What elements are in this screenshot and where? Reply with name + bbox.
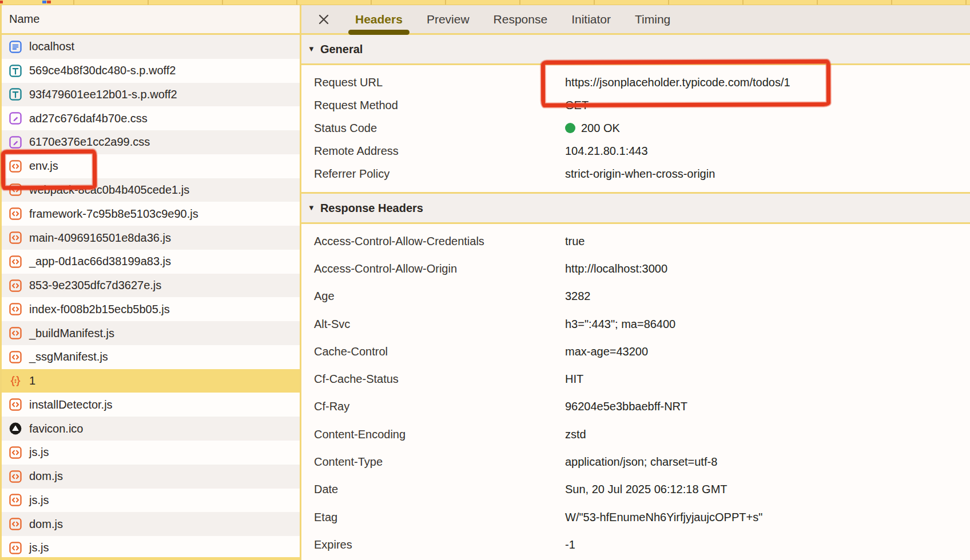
- header-name: Access-Control-Allow-Credentials: [314, 235, 565, 248]
- request-name: main-4096916501e8da36.js: [29, 231, 171, 245]
- header-row-expires: Expires-1: [314, 531, 970, 558]
- header-value: -1: [565, 538, 970, 551]
- name-column-header[interactable]: Name: [2, 5, 300, 35]
- section-header-response-headers[interactable]: ▼Response Headers: [301, 192, 970, 224]
- request-row-index-f008b2b15ecb5b05-js[interactable]: index-f008b2b15ecb5b05.js: [2, 297, 300, 321]
- tab-headers[interactable]: Headers: [355, 5, 403, 33]
- request-row-dom-js[interactable]: dom.js: [2, 512, 300, 536]
- request-row-js-js[interactable]: js.js: [2, 536, 300, 560]
- header-value: https://jsonplaceholder.typicode.com/tod…: [565, 76, 970, 89]
- request-row-1[interactable]: 1: [2, 369, 300, 393]
- header-row-etag: EtagW/"53-hfEnumeNh6YirfjyjaujcOPPT+s": [314, 503, 970, 531]
- request-row-main-4096916501e8da36-js[interactable]: main-4096916501e8da36.js: [2, 226, 300, 250]
- header-row-cf-ray: Cf-Ray96204e5e3bbaebff-NRT: [314, 393, 970, 421]
- header-value: strict-origin-when-cross-origin: [565, 167, 970, 181]
- section-response-headers: ▼Response HeadersAccess-Control-Allow-Cr…: [301, 192, 970, 559]
- section-header-general[interactable]: ▼General: [301, 35, 970, 65]
- close-icon: [317, 13, 330, 26]
- request-name: _buildManifest.js: [29, 327, 114, 340]
- request-row-dom-js[interactable]: dom.js: [2, 465, 300, 489]
- request-name: dom.js: [29, 518, 63, 531]
- header-name: Remote Address: [314, 145, 565, 158]
- header-value: W/"53-hfEnumeNh6YirfjyjaujcOPPT+s": [565, 511, 970, 524]
- request-row-framework-7c95b8e5103c9e90-js[interactable]: framework-7c95b8e5103c9e90.js: [2, 202, 300, 226]
- script-icon: [8, 350, 23, 365]
- request-name: _app-0d1ac66d38199a83.js: [29, 255, 171, 268]
- request-row-localhost[interactable]: localhost: [2, 35, 300, 59]
- script-icon: [8, 254, 23, 269]
- headers-content: ▼GeneralRequest URLhttps://jsonplacehold…: [301, 35, 970, 559]
- request-row-env-js[interactable]: env.js: [2, 154, 300, 178]
- header-row-access-control-allow-credentials: Access-Control-Allow-Credentialstrue: [314, 227, 970, 255]
- request-row-853-9e2305dfc7d3627e-js[interactable]: 853-9e2305dfc7d3627e.js: [2, 274, 300, 298]
- header-value: http://localhost:3000: [565, 262, 970, 275]
- script-icon: [8, 206, 23, 221]
- header-row-age: Age3282: [314, 283, 970, 310]
- request-row-6170e376e1cc2a99-css[interactable]: 6170e376e1cc2a99.css: [2, 130, 300, 154]
- header-row-access-control-allow-origin: Access-Control-Allow-Originhttp://localh…: [314, 255, 970, 282]
- tab-response[interactable]: Response: [494, 5, 548, 33]
- request-name: 93f479601ee12b01-s.p.woff2: [29, 88, 177, 101]
- disclosure-triangle-icon: ▼: [308, 203, 315, 212]
- tab-preview[interactable]: Preview: [427, 5, 470, 33]
- section-rows: Access-Control-Allow-CredentialstrueAcce…: [301, 224, 970, 559]
- tab-timing[interactable]: Timing: [635, 5, 670, 33]
- header-row-content-encoding: Content-Encodingzstd: [314, 421, 970, 448]
- request-name: 6170e376e1cc2a99.css: [29, 135, 150, 149]
- request-name: framework-7c95b8e5103c9e90.js: [29, 207, 198, 221]
- script-icon: [8, 541, 23, 555]
- request-row-js-js[interactable]: js.js: [2, 489, 300, 513]
- request-name: webpack-8cac0b4b405cede1.js: [29, 183, 189, 197]
- request-row-buildmanifest-js[interactable]: _buildManifest.js: [2, 321, 300, 345]
- request-row-webpack-8cac0b4b405cede1-js[interactable]: webpack-8cac0b4b405cede1.js: [2, 178, 300, 202]
- overview-red-mark: [47, 1, 51, 3]
- section-title: General: [320, 43, 363, 56]
- script-icon: [8, 469, 23, 484]
- header-value: true: [565, 235, 970, 248]
- header-row-remote-address: Remote Address104.21.80.1:443: [314, 139, 970, 162]
- request-name: js.js: [29, 446, 49, 459]
- header-name: Cf-Ray: [314, 400, 565, 413]
- header-name: Referrer Policy: [314, 167, 565, 181]
- script-icon: [8, 445, 23, 460]
- header-value: 96204e5e3bbaebff-NRT: [565, 400, 970, 413]
- overview-red-mark: [0, 1, 3, 3]
- header-value: 3282: [565, 290, 970, 303]
- request-row-installdetector-js[interactable]: installDetector.js: [2, 393, 300, 417]
- request-name: index-f008b2b15ecb5b05.js: [29, 303, 170, 316]
- script-icon: [8, 182, 23, 197]
- header-name: Request URL: [314, 76, 565, 89]
- script-icon: [8, 397, 23, 412]
- header-name: Status Code: [314, 122, 565, 135]
- script-icon: [8, 230, 23, 245]
- json-icon: [8, 374, 23, 389]
- font-icon: [8, 63, 23, 78]
- header-value: application/json; charset=utf-8: [565, 455, 970, 469]
- request-row-app-0d1ac66d38199a83-js[interactable]: _app-0d1ac66d38199a83.js: [2, 250, 300, 274]
- request-row-ssgmanifest-js[interactable]: _ssgManifest.js: [2, 345, 300, 369]
- network-overview-ruler[interactable]: [0, 0, 970, 5]
- request-row-js-js[interactable]: js.js: [2, 441, 300, 465]
- request-row-93f479601ee12b01-s-p-woff2[interactable]: 93f479601ee12b01-s.p.woff2: [2, 83, 300, 107]
- request-name: favicon.ico: [29, 422, 84, 435]
- header-name: Etag: [314, 511, 565, 524]
- header-value: 200 OK: [565, 122, 970, 135]
- header-name: Cf-Cache-Status: [314, 373, 565, 386]
- overview-blue-mark: [42, 1, 46, 3]
- request-name: 1: [29, 374, 35, 387]
- header-name: Access-Control-Allow-Origin: [314, 262, 565, 275]
- request-row-569ce4b8f30dc480-s-p-woff2[interactable]: 569ce4b8f30dc480-s.p.woff2: [2, 59, 300, 83]
- header-row-cache-control: Cache-Controlmax-age=43200: [314, 338, 970, 365]
- section-rows: Request URLhttps://jsonplaceholder.typic…: [301, 65, 970, 192]
- request-row-favicon-ico[interactable]: favicon.ico: [2, 417, 300, 441]
- tab-initiator[interactable]: Initiator: [571, 5, 611, 33]
- close-button[interactable]: [316, 12, 331, 27]
- header-row-content-type: Content-Typeapplication/json; charset=ut…: [314, 448, 970, 475]
- header-value: 104.21.80.1:443: [565, 145, 970, 158]
- request-name: _ssgManifest.js: [29, 350, 108, 363]
- font-icon: [8, 87, 23, 102]
- disclosure-triangle-icon: ▼: [308, 45, 315, 53]
- script-icon: [8, 493, 23, 507]
- request-row-ad27c676daf4b70e-css[interactable]: ad27c676daf4b70e.css: [2, 106, 300, 130]
- header-value: max-age=43200: [565, 345, 970, 358]
